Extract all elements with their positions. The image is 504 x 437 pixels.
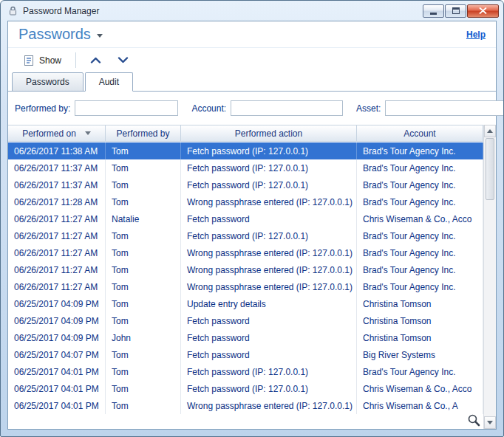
- tab-passwords[interactable]: Passwords: [12, 72, 84, 92]
- table-cell-action: Fetch password: [181, 329, 357, 346]
- tab-strip: Passwords Audit: [8, 72, 496, 92]
- tab-audit[interactable]: Audit: [85, 72, 133, 92]
- filter-account: Account:: [191, 100, 343, 116]
- window-title: Password Manager: [23, 6, 99, 16]
- table-cell-performed_on: 06/25/2017 04:09 PM: [8, 329, 106, 346]
- table-cell-performed_by: Tom: [106, 142, 181, 159]
- column-header-performed-action[interactable]: Performed action: [181, 125, 357, 141]
- table-row[interactable]: 06/25/2017 04:01 PMTomFetch password (IP…: [8, 380, 483, 397]
- table-cell-performed_by: Tom: [106, 176, 181, 193]
- table-row[interactable]: 06/26/2017 11:37 AMTomFetch password (IP…: [8, 159, 483, 176]
- table-row[interactable]: 06/26/2017 11:27 AMTomWrong passphrase e…: [8, 261, 483, 278]
- table-cell-account: Chris Wiseman & Co., Acco: [357, 210, 483, 227]
- table-cell-action: Fetch password (IP: 127.0.0.1): [181, 176, 357, 193]
- table-cell-account: Brad's Tour Agency Inc.: [357, 193, 483, 210]
- table-cell-performed_by: Tom: [106, 363, 181, 380]
- table-cell-performed_on: 06/26/2017 11:27 AM: [8, 278, 106, 295]
- show-button-label: Show: [39, 55, 61, 66]
- magnifier-icon[interactable]: [467, 413, 480, 427]
- table-row[interactable]: 06/25/2017 04:01 PMTomFetch password (IP…: [8, 363, 483, 380]
- column-header-performed-by[interactable]: Performed by: [106, 125, 181, 141]
- table-cell-account: Chris Wiseman & Co., Acco: [357, 380, 483, 397]
- sort-desc-icon: [85, 131, 91, 135]
- show-button[interactable]: Show: [16, 50, 69, 71]
- table-cell-account: Brad's Tour Agency Inc.: [357, 142, 483, 159]
- page-title: Passwords: [18, 26, 91, 43]
- filter-performed-by: Performed by:: [15, 100, 178, 116]
- minimize-button[interactable]: [423, 4, 444, 18]
- table-cell-account: Chris Wiseman & Co., A: [357, 397, 483, 414]
- password-manager-window: Password Manager Passwords Help: [0, 0, 504, 437]
- table-cell-performed_by: Tom: [106, 261, 181, 278]
- table-cell-performed_on: 06/25/2017 04:01 PM: [8, 397, 106, 414]
- table-row[interactable]: 06/26/2017 11:28 AMTomWrong passphrase e…: [8, 193, 483, 210]
- help-link[interactable]: Help: [466, 30, 486, 40]
- performed-by-input[interactable]: [75, 100, 178, 116]
- table-cell-account: Brad's Tour Agency Inc.: [357, 278, 483, 295]
- close-icon: [479, 7, 487, 14]
- table-cell-account: Brad's Tour Agency Inc.: [357, 261, 483, 278]
- toolbar: Show: [8, 48, 496, 72]
- maximize-button[interactable]: [445, 4, 466, 18]
- table-row[interactable]: 06/25/2017 04:09 PMJohnFetch passwordChr…: [8, 329, 483, 346]
- table-cell-action: Fetch password (IP: 127.0.0.1): [181, 380, 357, 397]
- move-up-button[interactable]: [83, 52, 109, 68]
- table-cell-action: Wrong passphrase entered (IP: 127.0.0.1): [181, 244, 357, 261]
- minimize-icon: [430, 13, 437, 15]
- window-controls: [423, 4, 499, 18]
- table-cell-action: Wrong passphrase entered (IP: 127.0.0.1): [181, 278, 357, 295]
- toolbar-separator: [75, 52, 76, 68]
- vertical-scrollbar[interactable]: [483, 125, 496, 429]
- table-cell-performed_by: Tom: [106, 159, 181, 176]
- view-switcher[interactable]: Passwords: [18, 26, 103, 43]
- table-cell-action: Fetch password (IP: 127.0.0.1): [181, 159, 357, 176]
- scrollbar-thumb[interactable]: [486, 138, 494, 200]
- app-header: Passwords Help: [8, 21, 496, 48]
- table-row[interactable]: 06/25/2017 04:07 PMTomFetch passwordBig …: [8, 346, 483, 363]
- table-cell-performed_on: 06/25/2017 04:07 PM: [8, 346, 106, 363]
- table-cell-account: Brad's Tour Agency Inc.: [357, 176, 483, 193]
- account-input[interactable]: [231, 100, 343, 116]
- audit-table: Performed on Performed by Performed acti…: [8, 125, 496, 429]
- chevron-down-icon: [97, 34, 103, 38]
- table-row[interactable]: 06/25/2017 04:01 PMTomWrong passphrase e…: [8, 397, 483, 414]
- table-cell-performed_on: 06/26/2017 11:27 AM: [8, 210, 106, 227]
- client-area: Passwords Help Show: [7, 21, 497, 430]
- table-cell-performed_by: Tom: [106, 397, 181, 414]
- table-row[interactable]: 06/26/2017 11:38 AMTomFetch password (IP…: [8, 142, 483, 159]
- column-header-performed-on[interactable]: Performed on: [8, 125, 106, 141]
- filter-asset: Asset:: [356, 100, 489, 116]
- table-row[interactable]: 06/26/2017 11:27 AMTomWrong passphrase e…: [8, 278, 483, 295]
- asset-input[interactable]: [385, 100, 504, 116]
- account-label: Account:: [191, 103, 226, 114]
- table-cell-performed_by: Tom: [106, 244, 181, 261]
- titlebar[interactable]: Password Manager: [1, 1, 503, 21]
- close-button[interactable]: [467, 4, 499, 18]
- scroll-down-button[interactable]: [484, 416, 496, 429]
- table-cell-action: Wrong passphrase entered (IP: 127.0.0.1): [181, 193, 357, 210]
- table-row[interactable]: 06/25/2017 04:09 PMTomUpdate entry detai…: [8, 295, 483, 312]
- scroll-up-button[interactable]: [484, 125, 496, 137]
- table-cell-performed_on: 06/26/2017 11:27 AM: [8, 261, 106, 278]
- table-row[interactable]: 06/26/2017 11:27 AMNatalieFetch password…: [8, 210, 483, 227]
- filter-bar: Performed by: Account: Asset:: [8, 92, 496, 125]
- table-row[interactable]: 06/26/2017 11:27 AMTomFetch password (IP…: [8, 227, 483, 244]
- scroll-down-icon: [487, 421, 493, 424]
- table-cell-performed_by: Natalie: [106, 210, 181, 227]
- table-cell-account: Brad's Tour Agency Inc.: [357, 363, 483, 380]
- table-header: Performed on Performed by Performed acti…: [8, 125, 483, 142]
- table-cell-performed_on: 06/26/2017 11:37 AM: [8, 176, 106, 193]
- table-cell-action: Fetch password (IP: 127.0.0.1): [181, 227, 357, 244]
- move-down-button[interactable]: [110, 52, 136, 68]
- table-cell-performed_on: 06/25/2017 04:09 PM: [8, 295, 106, 312]
- table-row[interactable]: 06/26/2017 11:37 AMTomFetch password (IP…: [8, 176, 483, 193]
- table-cell-account: Christina Tomson: [357, 329, 483, 346]
- table-cell-performed_by: Tom: [106, 295, 181, 312]
- table-cell-action: Fetch password: [181, 346, 357, 363]
- table-row[interactable]: 06/26/2017 11:27 AMTomWrong passphrase e…: [8, 244, 483, 261]
- table-cell-performed_on: 06/25/2017 04:01 PM: [8, 380, 106, 397]
- column-header-account[interactable]: Account: [357, 125, 483, 141]
- table-cell-performed_on: 06/26/2017 11:27 AM: [8, 244, 106, 261]
- document-icon: [23, 55, 35, 66]
- table-row[interactable]: 06/25/2017 04:09 PMTomFetch passwordChri…: [8, 312, 483, 329]
